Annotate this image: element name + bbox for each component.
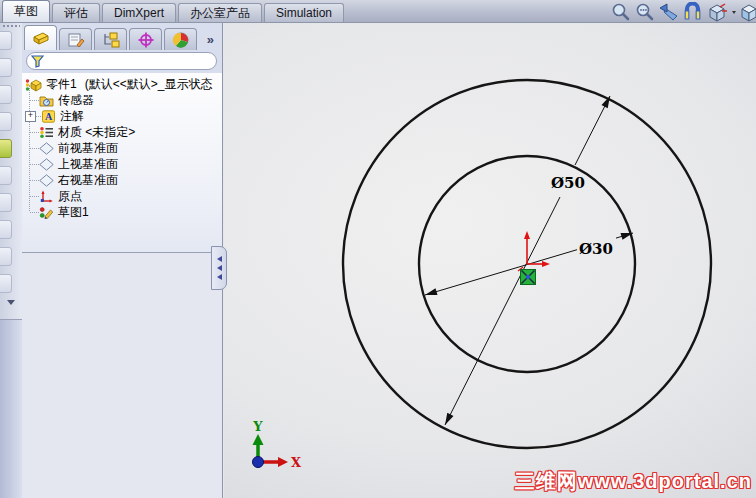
tree-connector (30, 100, 39, 101)
manager-tab-row: » (22, 26, 222, 50)
part-icon (25, 77, 42, 92)
toolbar-button[interactable] (0, 166, 12, 185)
tree-item-right-plane[interactable]: 右视基准面 (22, 172, 222, 188)
tree-connector (30, 180, 39, 181)
tree-item-part1[interactable]: 零件1 (默认<<默认>_显示状态 (22, 76, 222, 92)
dock-lower-strip (0, 319, 22, 498)
toolbar-button[interactable] (0, 247, 12, 266)
tree-connector (30, 164, 39, 165)
collapse-arrow-icon (217, 274, 222, 280)
manager-tabs-overflow[interactable]: » (207, 30, 214, 50)
triad-z-axis-dot (253, 457, 264, 468)
dimxpertmanager-icon (136, 32, 156, 48)
tree-item-label: 原点 (58, 188, 82, 205)
section-view-icon[interactable] (682, 2, 703, 22)
ribbon-tab-evaluate[interactable]: 评估 (52, 3, 100, 22)
tree-connector (30, 212, 39, 213)
tree-item-front-plane[interactable]: 前视基准面 (22, 140, 222, 156)
featuremanager-icon (31, 30, 51, 46)
panel-lower-area (22, 253, 222, 498)
annotations-icon: A (41, 110, 56, 123)
tree-item-sketch1[interactable]: 草图1 (22, 204, 222, 220)
toolbar-overflow-caret[interactable] (7, 300, 15, 305)
tree-item-label: 注解 (60, 108, 84, 125)
plane-icon (39, 158, 54, 171)
zoom-to-fit-icon[interactable] (610, 2, 631, 22)
previous-view-icon[interactable] (658, 2, 679, 22)
ribbon-tab-office-products[interactable]: 办公室产品 (178, 3, 262, 22)
tree-item-label: 材质 <未指定> (58, 124, 135, 141)
expand-toggle[interactable]: + (25, 111, 36, 122)
collapse-arrow-icon (217, 256, 222, 262)
tree-item-label: 右视基准面 (58, 172, 118, 189)
tree-item-annotations[interactable]: + A 注解 (22, 108, 222, 124)
tab-featuremanager-tree[interactable] (24, 25, 57, 50)
tree-connector (30, 148, 39, 149)
reference-triad: Y X (252, 419, 302, 470)
toolbar-button[interactable] (0, 274, 12, 293)
collapse-arrow-icon (217, 265, 222, 271)
sensors-folder-icon (39, 94, 54, 107)
dimension-label-inner[interactable]: Ø30 (579, 240, 613, 258)
ribbon-tab-dimxpert[interactable]: DimXpert (102, 3, 176, 22)
origin-icon (39, 190, 54, 203)
sketch-point-marker[interactable] (521, 270, 536, 285)
tab-propertymanager[interactable] (59, 28, 92, 50)
tree-item-origin[interactable]: 原点 (22, 188, 222, 204)
tree-item-label: 上视基准面 (58, 156, 118, 173)
material-icon (39, 126, 54, 139)
tree-item-label: 传感器 (58, 92, 94, 109)
tree-item-top-plane[interactable]: 上视基准面 (22, 156, 222, 172)
graphics-viewport[interactable]: Ø50 Ø30 Y (224, 23, 756, 498)
toolbar-button[interactable] (0, 220, 12, 239)
view-orientation-icon[interactable] (706, 2, 736, 22)
toolbar-button[interactable] (0, 58, 12, 77)
sketch-canvas[interactable]: Ø50 Ø30 Y (224, 23, 756, 498)
tree-item-label: 前视基准面 (58, 140, 118, 157)
tree-connector (30, 132, 39, 133)
sketch-origin[interactable] (518, 231, 550, 271)
tree-item-label: 草图1 (58, 204, 89, 221)
configurationmanager-icon (101, 32, 121, 48)
triad-x-label: X (291, 455, 302, 470)
tree-filter (26, 52, 217, 70)
zoom-to-area-icon[interactable] (634, 2, 655, 22)
tree-item-material[interactable]: 材质 <未指定> (22, 124, 222, 140)
displaymanager-icon (171, 32, 191, 48)
propertymanager-icon (66, 32, 86, 48)
toolbar-button[interactable] (0, 139, 12, 158)
left-toolbar-dock (0, 23, 23, 498)
tree-connector (30, 196, 39, 197)
feature-tree: 零件1 (默认<<默认>_显示状态 传感器 + A 注解 (22, 73, 222, 253)
toolbar-button[interactable] (0, 193, 12, 212)
tree-item-label: 零件1 (46, 76, 77, 93)
display-style-icon[interactable] (739, 2, 756, 22)
view-toolbar (610, 2, 756, 22)
ribbon-tab-sketch[interactable]: 草图 (2, 0, 50, 22)
featuremanager-panel: » 零件1 (默认<<默认>_显示状态 (22, 23, 223, 498)
plane-icon (39, 174, 54, 187)
sketch-icon (39, 206, 54, 219)
toolbar-button[interactable] (0, 31, 12, 50)
tab-configurationmanager[interactable] (94, 28, 127, 50)
panel-collapse-handle[interactable] (211, 246, 227, 290)
tree-item-sensors[interactable]: 传感器 (22, 92, 222, 108)
watermark: 三维网www.3dportal.cn (515, 468, 752, 495)
toolbar-button[interactable] (0, 85, 12, 104)
toolbar-button[interactable] (0, 112, 12, 131)
filter-funnel-icon (31, 55, 44, 68)
tree-item-suffix: (默认<<默认>_显示状态 (85, 76, 213, 93)
tab-dimxpertmanager[interactable] (129, 28, 162, 50)
svg-text:A: A (45, 111, 53, 122)
toolbar-grip[interactable] (2, 24, 20, 29)
triad-y-label: Y (252, 419, 263, 434)
tab-displaymanager[interactable] (164, 28, 197, 50)
dimension-label-outer[interactable]: Ø50 (551, 174, 585, 192)
plane-icon (39, 142, 54, 155)
filter-input[interactable] (44, 53, 212, 69)
ribbon-tab-simulation[interactable]: Simulation (264, 3, 344, 22)
